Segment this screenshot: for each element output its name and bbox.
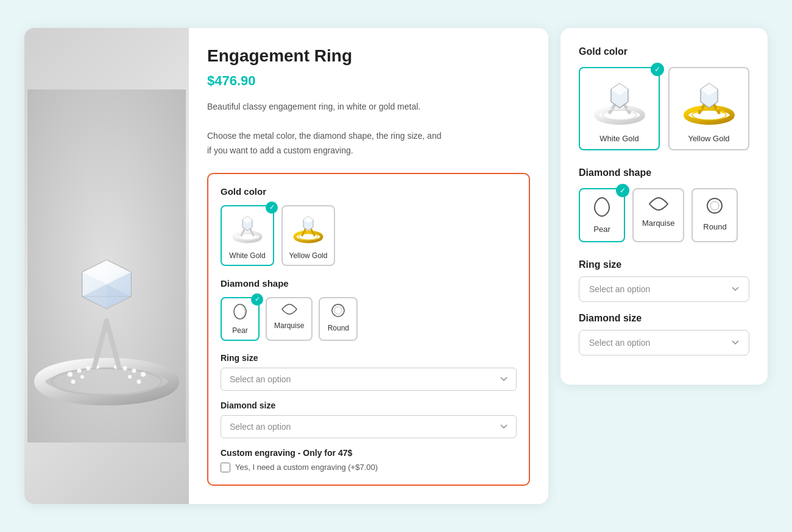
svg-point-11 xyxy=(71,380,76,384)
right-yellow-gold-ring-svg xyxy=(679,77,740,126)
marquise-icon xyxy=(274,303,304,319)
shape-marquise[interactable]: Marquise xyxy=(266,297,313,341)
white-gold-image xyxy=(229,211,266,248)
right-white-gold-image xyxy=(589,74,650,129)
round-icon xyxy=(327,303,349,321)
swatch-white-gold[interactable]: ✓ xyxy=(221,205,274,266)
svg-point-3 xyxy=(68,372,72,377)
right-round-icon xyxy=(701,197,728,219)
diamond-size-group: Diamond size Select an option xyxy=(221,401,517,438)
svg-point-4 xyxy=(77,369,82,373)
right-marquise-icon xyxy=(642,197,674,215)
svg-point-37 xyxy=(332,304,344,317)
right-pear-check: ✓ xyxy=(616,184,629,197)
right-pear-label: Pear xyxy=(589,225,615,234)
svg-point-32 xyxy=(299,234,318,240)
pear-label: Pear xyxy=(229,326,251,335)
engraving-checkbox-label: Yes, I need a custom engraving (+$7.00) xyxy=(235,463,378,472)
right-options-card: Gold color ✓ xyxy=(560,28,768,385)
page-wrapper: Engagement Ring $476.90 Beautiful classy… xyxy=(24,28,768,503)
pear-check: ✓ xyxy=(251,293,263,306)
product-description: Beautiful classy engagement ring, in whi… xyxy=(207,100,530,158)
right-ring-size-select[interactable]: Select an option xyxy=(579,276,749,302)
svg-point-31 xyxy=(295,232,322,242)
yellow-gold-ring-svg xyxy=(290,211,327,248)
svg-point-8 xyxy=(123,366,127,371)
right-white-gold-ring-svg xyxy=(589,77,650,126)
ring-size-select[interactable]: Select an option xyxy=(221,368,517,391)
svg-point-26 xyxy=(238,234,257,240)
svg-point-14 xyxy=(137,380,141,384)
product-title: Engagement Ring xyxy=(207,46,530,66)
white-gold-ring-svg xyxy=(229,211,266,248)
product-ring-image xyxy=(27,89,186,443)
right-yellow-gold-label: Yellow Gold xyxy=(676,134,742,143)
svg-point-46 xyxy=(610,108,612,110)
product-image-placeholder xyxy=(24,28,189,503)
svg-point-57 xyxy=(716,108,719,110)
ring-size-group: Ring size Select an option xyxy=(221,353,517,391)
pear-icon xyxy=(229,303,251,324)
svg-point-47 xyxy=(627,108,629,110)
right-round-label: Round xyxy=(701,222,728,231)
svg-point-55 xyxy=(694,111,697,114)
svg-point-5 xyxy=(87,366,91,371)
right-diamond-shapes: ✓ Pear Marquise Round xyxy=(579,188,749,242)
svg-point-56 xyxy=(699,108,702,110)
svg-point-60 xyxy=(710,201,719,210)
right-gold-color-label: Gold color xyxy=(579,46,749,57)
right-white-gold-label: White Gold xyxy=(586,134,652,143)
engraving-row: Custom engraving - Only for 47$ xyxy=(221,448,517,458)
white-gold-check: ✓ xyxy=(266,201,278,214)
right-marquise-label: Marquise xyxy=(642,219,674,228)
right-diamond-size-select[interactable]: Select an option xyxy=(579,330,749,355)
engraving-checkbox-row: Yes, I need a custom engraving (+$7.00) xyxy=(221,463,517,472)
svg-point-10 xyxy=(141,372,146,377)
svg-point-38 xyxy=(334,307,342,314)
svg-point-12 xyxy=(80,375,84,379)
diamond-size-group-label: Diamond size xyxy=(221,401,517,410)
right-yellow-gold-image xyxy=(679,74,740,129)
svg-point-45 xyxy=(604,111,607,114)
gold-color-label: Gold color xyxy=(221,186,517,197)
engraving-label: Custom engraving - Only for 47$ xyxy=(221,448,352,458)
right-shape-pear[interactable]: ✓ Pear xyxy=(579,188,625,242)
svg-point-13 xyxy=(128,375,132,379)
right-pear-icon xyxy=(589,197,615,222)
right-ring-size-group: Ring size Select an option xyxy=(579,259,749,302)
svg-point-59 xyxy=(707,198,722,213)
swatch-yellow-gold[interactable]: Yellow Gold xyxy=(281,205,335,266)
engraving-checkbox[interactable] xyxy=(221,463,230,472)
options-form: Gold color ✓ xyxy=(207,173,530,486)
product-price: $476.90 xyxy=(207,73,530,89)
gold-color-swatches: ✓ xyxy=(221,205,517,266)
right-diamond-size-group: Diamond size Select an option xyxy=(579,313,749,355)
ring-size-group-label: Ring size xyxy=(221,353,517,363)
right-shape-round[interactable]: Round xyxy=(691,188,738,242)
white-gold-label: White Gold xyxy=(227,251,268,260)
right-swatch-yellow-gold[interactable]: Yellow Gold xyxy=(668,67,749,150)
right-gold-swatches: ✓ xyxy=(579,67,749,150)
right-diamond-shape-label: Diamond shape xyxy=(579,167,749,178)
svg-point-25 xyxy=(234,232,261,242)
product-details: Engagement Ring $476.90 Beautiful classy… xyxy=(189,28,548,503)
shape-pear[interactable]: ✓ Pear xyxy=(221,297,260,341)
marquise-label: Marquise xyxy=(274,321,304,330)
svg-point-48 xyxy=(631,111,634,114)
right-ring-size-label: Ring size xyxy=(579,259,749,270)
right-swatch-white-gold[interactable]: ✓ xyxy=(579,67,660,150)
round-label: Round xyxy=(327,324,349,332)
right-white-gold-check: ✓ xyxy=(651,63,664,76)
svg-point-9 xyxy=(132,369,136,373)
diamond-shapes: ✓ Pear Marquise xyxy=(221,297,517,341)
right-diamond-size-label: Diamond size xyxy=(579,313,749,324)
svg-point-58 xyxy=(721,111,724,114)
diamond-shape-label: Diamond shape xyxy=(221,278,517,289)
product-image-area xyxy=(24,28,189,503)
yellow-gold-image xyxy=(290,211,327,248)
shape-round[interactable]: Round xyxy=(319,297,358,341)
right-shape-marquise[interactable]: Marquise xyxy=(632,188,684,242)
yellow-gold-label: Yellow Gold xyxy=(288,251,329,260)
left-product-card: Engagement Ring $476.90 Beautiful classy… xyxy=(24,28,548,503)
diamond-size-select[interactable]: Select an option xyxy=(221,415,517,438)
